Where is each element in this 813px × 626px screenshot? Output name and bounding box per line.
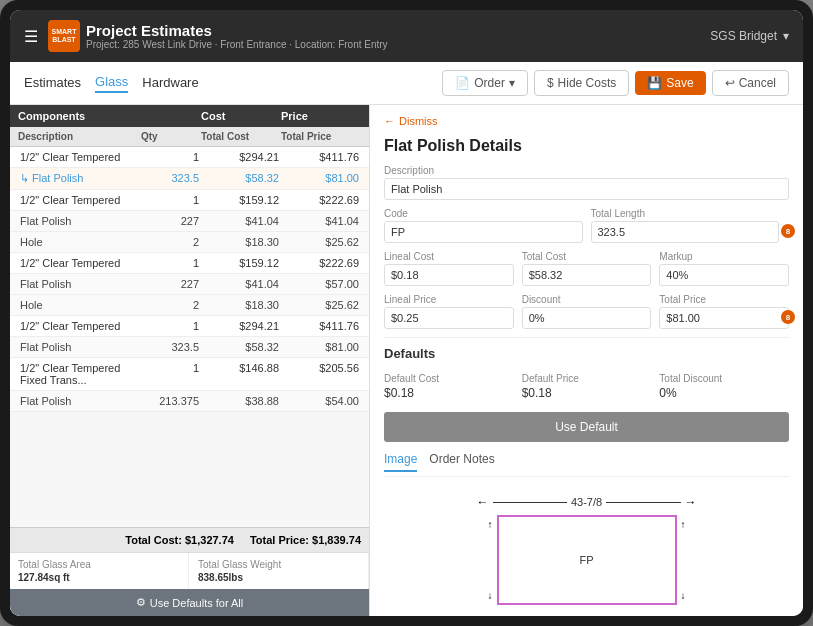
total-cost-footer: Total Cost: $1,327.74: [125, 534, 234, 546]
glass-weight-label: Total Glass Weight: [198, 559, 360, 570]
page-subtitle: Project: 285 West Link Drive · Front Ent…: [86, 39, 388, 50]
markup-input[interactable]: [659, 264, 789, 286]
tab-order-notes[interactable]: Order Notes: [429, 452, 494, 472]
table-row[interactable]: ↳ Flat Polish 323.5 $58.32 $81.00: [10, 168, 369, 190]
price-row: 8 Lineal Price Discount Total Price: [384, 294, 789, 329]
total-length-input[interactable]: [591, 221, 780, 243]
row-desc: 1/2" Clear Tempered: [18, 150, 141, 164]
tab-image[interactable]: Image: [384, 452, 417, 472]
total-cost-label: Total Cost: [522, 251, 652, 262]
default-price-value: $0.18: [522, 386, 652, 400]
lineal-price-input[interactable]: [384, 307, 514, 329]
row-qty: 1: [141, 361, 201, 387]
row-cost: $18.30: [201, 235, 281, 249]
row-price: $222.69: [281, 256, 361, 270]
defaults-section-title: Defaults: [384, 346, 789, 361]
glass-label: FP: [579, 554, 593, 566]
components-header: Components: [18, 110, 141, 122]
save-button[interactable]: 💾 Save: [635, 71, 705, 95]
table-row[interactable]: 1/2" Clear Tempered 1 $294.21 $411.76: [10, 316, 369, 337]
total-cost-field: Total Cost: [522, 251, 652, 286]
use-default-button[interactable]: Use Default: [384, 412, 789, 442]
table-body: 1/2" Clear Tempered 1 $294.21 $411.76 ↳ …: [10, 147, 369, 527]
default-price-label: Default Price: [522, 373, 652, 384]
total-cost-input[interactable]: [522, 264, 652, 286]
default-price-field: Default Price $0.18: [522, 373, 652, 400]
discount-input[interactable]: [522, 307, 652, 329]
tab-hardware[interactable]: Hardware: [142, 75, 198, 92]
table-row[interactable]: 1/2" Clear Tempered Fixed Trans... 1 $14…: [10, 358, 369, 391]
row-price: $25.62: [281, 298, 361, 312]
cost-header: Cost: [201, 110, 281, 122]
left-arrow-icon: ←: [477, 495, 489, 509]
row-qty: 2: [141, 298, 201, 312]
description-label: Description: [384, 165, 789, 176]
row-qty: 1: [141, 256, 201, 270]
bottom-info-area: Total Glass Area 127.84sq ft Total Glass…: [10, 552, 369, 589]
row-qty: 213.375: [141, 394, 201, 408]
description-input[interactable]: [384, 178, 789, 200]
table-row[interactable]: 1/2" Clear Tempered 1 $159.12 $222.69: [10, 253, 369, 274]
tab-estimates[interactable]: Estimates: [24, 75, 81, 92]
row-cost: $58.32: [201, 340, 281, 354]
row-desc: 1/2" Clear Tempered: [18, 256, 141, 270]
table-row[interactable]: Flat Polish 227 $41.04 $41.04: [10, 211, 369, 232]
table-row[interactable]: Hole 2 $18.30 $25.62: [10, 295, 369, 316]
cancel-button[interactable]: ↩ Cancel: [712, 70, 789, 96]
total-price-footer: Total Price: $1,839.74: [250, 534, 361, 546]
image-tabs: Image Order Notes: [384, 452, 789, 477]
markup-field: Markup: [659, 251, 789, 286]
lineal-cost-input[interactable]: [384, 264, 514, 286]
use-defaults-all-button[interactable]: ⚙ Use Defaults for All: [10, 589, 369, 616]
total-price-field: Total Price: [659, 294, 789, 329]
default-cost-value: $0.18: [384, 386, 514, 400]
tab-nav: Estimates Glass Hardware: [24, 74, 199, 93]
markup-label: Markup: [659, 251, 789, 262]
order-button[interactable]: 📄 Order ▾: [442, 70, 528, 96]
user-area[interactable]: SGS Bridget ▾: [710, 29, 789, 43]
app-header: ☰ SMARTBLAST Project Estimates Project: …: [10, 10, 803, 62]
row-cost: $58.32: [201, 171, 281, 186]
row-price: $81.00: [281, 340, 361, 354]
row-desc: Flat Polish: [18, 277, 141, 291]
table-row[interactable]: 1/2" Clear Tempered 1 $294.21 $411.76: [10, 147, 369, 168]
tab-glass[interactable]: Glass: [95, 74, 128, 93]
table-row[interactable]: Flat Polish 213.375 $38.88 $54.00: [10, 391, 369, 412]
menu-icon[interactable]: ☰: [24, 27, 38, 46]
row-price: $81.00: [281, 171, 361, 186]
table-footer: Total Cost: $1,327.74 Total Price: $1,83…: [10, 527, 369, 552]
row-price: $205.56: [281, 361, 361, 387]
total-price-label: Total Price: [659, 294, 789, 305]
total-discount-value: 0%: [659, 386, 789, 400]
table-row[interactable]: 1/2" Clear Tempered 1 $159.12 $222.69: [10, 190, 369, 211]
row-price: $25.62: [281, 235, 361, 249]
row-price: $411.76: [281, 319, 361, 333]
table-row[interactable]: Flat Polish 323.5 $58.32 $81.00: [10, 337, 369, 358]
row-desc: 1/2" Clear Tempered: [18, 319, 141, 333]
code-length-row: Code Total Length ▾ 8: [384, 208, 789, 243]
table-row[interactable]: Flat Polish 227 $41.04 $57.00: [10, 274, 369, 295]
right-arrow-icon: →: [685, 495, 697, 509]
user-chevron-icon: ▾: [783, 29, 789, 43]
row-qty: 227: [141, 214, 201, 228]
row-cost: $294.21: [201, 150, 281, 164]
row-desc: Flat Polish: [18, 214, 141, 228]
dismiss-link[interactable]: ← Dismiss: [384, 115, 789, 127]
row-cost: $294.21: [201, 319, 281, 333]
file-icon: 📄: [455, 76, 470, 90]
code-input[interactable]: [384, 221, 583, 243]
total-price-input[interactable]: [659, 307, 789, 329]
discount-label: Discount: [522, 294, 652, 305]
row-desc: Hole: [18, 298, 141, 312]
default-cost-field: Default Cost $0.18: [384, 373, 514, 400]
row-desc: 1/2" Clear Tempered: [18, 193, 141, 207]
lineal-price-label: Lineal Price: [384, 294, 514, 305]
hide-costs-button[interactable]: $ Hide Costs: [534, 70, 629, 96]
row-qty: 323.5: [141, 171, 201, 186]
table-row[interactable]: Hole 2 $18.30 $25.62: [10, 232, 369, 253]
save-icon: 💾: [647, 76, 662, 90]
row-price: $57.00: [281, 277, 361, 291]
edit-indicator: 8: [781, 224, 795, 238]
row-desc: Flat Polish: [18, 394, 141, 408]
row-price: $411.76: [281, 150, 361, 164]
